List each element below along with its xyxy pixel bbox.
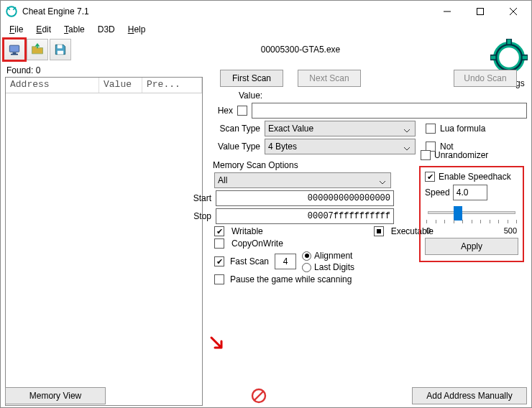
value-label: Value: [239, 91, 262, 101]
svg-rect-5 [9, 45, 19, 52]
chevron-down-icon [403, 126, 411, 136]
last-digits-label: Last Digits [314, 262, 354, 272]
last-digits-radio[interactable] [302, 263, 311, 272]
start-label: Start [180, 193, 211, 203]
svg-rect-14 [490, 55, 496, 60]
title-bar: Cheat Engine 7.1 [1, 1, 531, 22]
speed-label: Speed [425, 187, 450, 198]
value-type-label: Value Type [210, 142, 260, 152]
menu-table[interactable]: Table [58, 23, 91, 36]
apply-speedhack-button[interactable]: Apply [425, 238, 518, 255]
alignment-label: Alignment [314, 251, 352, 261]
value-type-value: 4 Bytes [268, 142, 297, 152]
slider-thumb[interactable] [454, 206, 462, 221]
col-previous[interactable]: Pre... [142, 78, 202, 93]
enable-speedhack-checkbox[interactable] [425, 172, 435, 182]
executable-checkbox[interactable] [374, 226, 384, 236]
window-title: Cheat Engine 7.1 [22, 6, 431, 17]
unrandomizer-label: Unrandomizer [434, 150, 488, 160]
select-process-button[interactable] [4, 39, 25, 60]
close-button[interactable] [497, 1, 530, 22]
speed-input[interactable] [453, 185, 487, 200]
memory-region-value: All [218, 175, 227, 185]
svg-rect-2 [477, 9, 484, 15]
found-count-label: Found: 0 [5, 64, 203, 77]
svg-line-17 [254, 391, 263, 400]
writable-label: Writable [231, 226, 263, 236]
menu-d3d[interactable]: D3D [92, 23, 121, 36]
tool-bar: 00005300-GTA5.exe [1, 37, 531, 62]
value-input[interactable] [252, 103, 527, 119]
value-type-select[interactable]: 4 Bytes [265, 139, 416, 154]
chevron-down-icon [403, 144, 411, 154]
minimize-button[interactable] [431, 1, 464, 22]
copyonwrite-checkbox[interactable] [214, 238, 224, 249]
add-to-cheatlist-arrow-icon[interactable] [209, 335, 225, 351]
fast-scan-checkbox[interactable] [214, 256, 224, 266]
svg-rect-7 [11, 54, 18, 55]
svg-rect-12 [507, 39, 512, 45]
menu-file[interactable]: File [4, 23, 29, 36]
slider-max-label: 500 [504, 226, 517, 235]
open-folder-button[interactable] [27, 39, 48, 60]
next-scan-button[interactable]: Next Scan [298, 70, 361, 87]
svg-rect-9 [58, 51, 63, 55]
start-address-input[interactable] [216, 190, 394, 206]
hex-label: Hex [210, 106, 233, 116]
process-name-label: 00005300-GTA5.exe [73, 45, 528, 55]
results-header: Address Value Pre... [6, 78, 202, 93]
copyonwrite-label: CopyOnWrite [231, 238, 283, 249]
memory-view-button[interactable]: Memory View [5, 387, 106, 404]
col-address[interactable]: Address [6, 78, 99, 93]
scan-type-label: Scan Type [210, 124, 260, 134]
stop-address-input[interactable] [216, 208, 394, 224]
memory-region-select[interactable]: All [214, 172, 391, 188]
first-scan-button[interactable]: First Scan [220, 70, 283, 87]
speedhack-panel: Enable Speedhack Speed 0 500 Apply [419, 166, 524, 262]
svg-rect-15 [522, 55, 528, 60]
no-entry-icon[interactable] [250, 387, 267, 404]
hex-checkbox[interactable] [237, 106, 247, 116]
save-button[interactable] [50, 39, 71, 60]
maximize-button[interactable] [464, 1, 497, 22]
speed-slider[interactable] [425, 205, 518, 222]
writable-checkbox[interactable] [214, 226, 224, 236]
alignment-radio[interactable] [302, 251, 311, 261]
unrandomizer-checkbox[interactable] [421, 150, 431, 160]
scan-type-value: Exact Value [268, 124, 313, 134]
chevron-down-icon [379, 178, 386, 188]
slider-min-label: 0 [426, 226, 431, 235]
pause-while-scanning-checkbox[interactable] [214, 274, 224, 284]
fast-scan-label: Fast Scan [230, 256, 269, 266]
pause-while-scanning-label: Pause the game while scanning [230, 274, 352, 284]
add-address-manually-button[interactable]: Add Address Manually [412, 387, 527, 404]
lua-formula-label: Lua formula [440, 124, 485, 134]
menu-edit[interactable]: Edit [30, 23, 57, 36]
svg-rect-6 [13, 52, 17, 54]
app-icon [5, 5, 18, 18]
undo-scan-button[interactable]: Undo Scan [454, 70, 517, 87]
menu-help[interactable]: Help [122, 23, 152, 36]
svg-rect-8 [58, 45, 63, 48]
col-value[interactable]: Value [99, 78, 142, 93]
scan-results-list[interactable]: Address Value Pre... [5, 77, 203, 406]
menu-bar: File Edit Table D3D Help [1, 22, 531, 37]
stop-label: Stop [180, 211, 211, 221]
scan-type-select[interactable]: Exact Value [265, 121, 416, 136]
fast-scan-value-input[interactable] [275, 254, 296, 269]
enable-speedhack-label: Enable Speedhack [439, 172, 511, 182]
lua-formula-checkbox[interactable] [426, 124, 436, 134]
